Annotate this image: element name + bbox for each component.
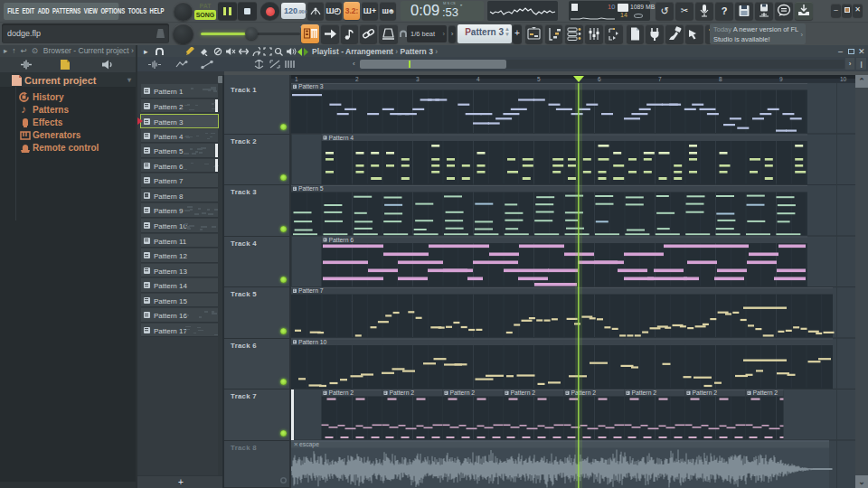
svg-text:Pattern 2: Pattern 2 bbox=[329, 389, 354, 396]
svg-text:4: 4 bbox=[476, 76, 480, 82]
svg-text:Pattern 2: Pattern 2 bbox=[390, 389, 415, 396]
svg-text:2: 2 bbox=[355, 76, 359, 82]
svg-text:3: 3 bbox=[416, 76, 420, 82]
svg-text:Pattern 2: Pattern 2 bbox=[753, 389, 778, 396]
svg-text:10: 10 bbox=[840, 76, 847, 82]
svg-text:Pattern 2: Pattern 2 bbox=[450, 389, 476, 396]
svg-text:Pattern 2: Pattern 2 bbox=[632, 389, 657, 396]
svg-text:Pattern 2: Pattern 2 bbox=[571, 389, 597, 396]
svg-text:7: 7 bbox=[658, 76, 662, 82]
svg-text:9: 9 bbox=[779, 76, 783, 82]
svg-text:Pattern 4: Pattern 4 bbox=[329, 135, 354, 141]
svg-text:8: 8 bbox=[719, 76, 722, 82]
svg-text:Pattern 2: Pattern 2 bbox=[693, 389, 718, 396]
svg-text:Pattern 2: Pattern 2 bbox=[511, 389, 536, 396]
svg-text:Pattern 7: Pattern 7 bbox=[298, 287, 324, 294]
svg-text:escape: escape bbox=[299, 441, 319, 448]
svg-text:6: 6 bbox=[598, 76, 601, 82]
svg-text:✕: ✕ bbox=[294, 441, 298, 447]
svg-text:Pattern 6: Pattern 6 bbox=[329, 237, 354, 243]
svg-text:1: 1 bbox=[295, 76, 298, 82]
svg-text:Pattern 3: Pattern 3 bbox=[298, 83, 324, 89]
svg-text:5: 5 bbox=[537, 76, 541, 82]
svg-text:Pattern 5: Pattern 5 bbox=[298, 185, 324, 192]
svg-text:Pattern 10: Pattern 10 bbox=[298, 339, 327, 345]
